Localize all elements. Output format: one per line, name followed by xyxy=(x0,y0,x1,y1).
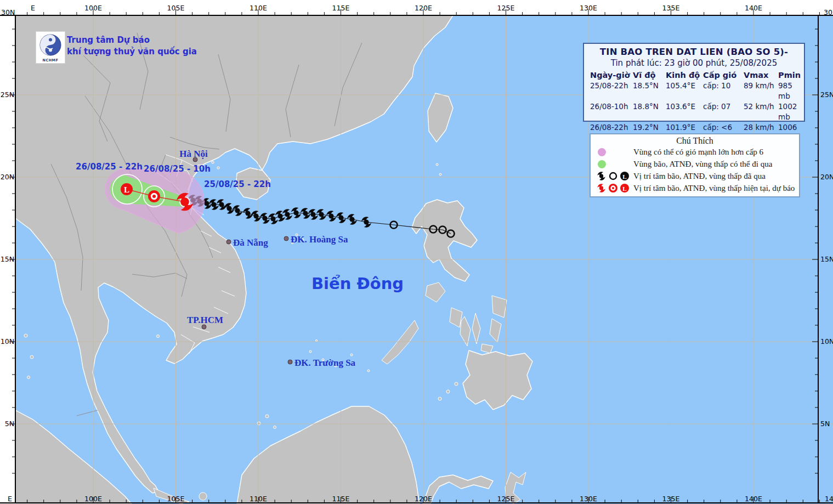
legend-item: LVị trí tâm bão, ATNĐ, vùng thấp đã qua xyxy=(591,170,799,182)
lon-tick-label: 120E xyxy=(415,495,432,503)
bulletin-title: TIN BAO TREN DAT LIEN (BAO SO 5)- xyxy=(584,47,804,57)
legend-item-icons: L xyxy=(595,183,633,194)
legend-item: LVị trí tâm bão, ATNĐ, vùng thấp hiện tạ… xyxy=(591,182,799,194)
bulletin-cell: 18.5°N xyxy=(633,81,666,101)
bulletin-col-header: Cấp gió xyxy=(703,70,744,81)
legend-item-icons xyxy=(595,148,633,156)
past-icons: L xyxy=(595,171,631,182)
lon-tick-label: 110E xyxy=(250,4,267,12)
lat-tick-label: 20N xyxy=(1,173,14,181)
legend-item-label: Vị trí tâm bão, ATNĐ, vùng thấp đã qua xyxy=(633,172,766,181)
bulletin-cell: 105.4°E xyxy=(666,81,703,101)
bulletin-col-header: Vmax xyxy=(744,70,778,81)
legend-title: Chú Thích xyxy=(591,136,799,146)
legend-item-icons xyxy=(595,160,633,168)
place-label: Hà Nội xyxy=(179,149,208,159)
lon-tick-label: 120E xyxy=(415,4,432,12)
lon-tick-label: 140E xyxy=(745,4,762,12)
track-date-label: 25/08/25 - 22h xyxy=(204,179,271,189)
place-dot xyxy=(288,360,292,364)
bulletin-cell: 25/08-22h xyxy=(590,81,633,101)
place-dot xyxy=(226,240,231,244)
nchmf-logo-text: NCHMF xyxy=(36,58,65,63)
legend-item: Vùng bão, ATNĐ, vùng thấp có thể đi qua xyxy=(591,158,799,170)
track-date-label: 26/08/25 - 22h xyxy=(76,162,143,172)
legend-rows: Vùng có thể có gió mạnh lớn hơn cấp 6Vùn… xyxy=(591,146,799,194)
lat-tick-label: 10N xyxy=(820,337,833,346)
lat-tick-label: 15N xyxy=(1,255,14,263)
typhoon-symbol-icon xyxy=(597,184,605,192)
legend-item-icons: L xyxy=(595,171,633,182)
lon-tick-label: 125E xyxy=(497,4,515,12)
legend-box: Chú Thích Vùng có thể có gió mạnh lớn hơ… xyxy=(590,133,800,197)
org-name: Trung tâm Dự báo khí tượng thuỷ văn quốc… xyxy=(67,35,197,58)
lat-tick-label: 25N xyxy=(1,90,14,99)
bulletin-col-header: Pmin xyxy=(778,70,802,81)
depression-ring-icon xyxy=(610,173,616,179)
forecast-icons: L xyxy=(595,183,631,194)
legend-item-label: Vị trí tâm bão, ATNĐ, vùng thấp hiện tại… xyxy=(633,184,795,193)
nchmf-logo: NCHMF xyxy=(36,31,65,64)
storm-bulletin-box: TIN BAO TREN DAT LIEN (BAO SO 5)- Tin ph… xyxy=(583,43,805,122)
lat-tick-label: 5N xyxy=(820,420,830,428)
lon-tick-label: 140E xyxy=(745,495,762,503)
bulletin-cell: 18.8°N xyxy=(633,101,666,122)
lon-tick-label: 135E xyxy=(662,4,680,12)
sea-name-label: Biển Đông xyxy=(311,274,404,293)
corner-axis-label: 14 xyxy=(825,495,833,503)
bulletin-table: Ngày-giờVĩ độKinh độCấp gióVmaxPmin25/08… xyxy=(584,70,804,143)
bulletin-cell: 985 mb xyxy=(778,81,802,101)
track-date-label: 26/08/25 - 10h xyxy=(144,164,211,174)
bulletin-cell: 89 km/h xyxy=(744,81,778,101)
place-label: ĐK. Hoàng Sa xyxy=(291,234,348,245)
lon-tick-label: 100E xyxy=(84,495,102,503)
forecast-L-glyph: L xyxy=(124,185,129,194)
org-name-line2: khí tượng thuỷ văn quốc gia xyxy=(67,46,197,58)
lat-tick-label: 25N xyxy=(820,90,833,99)
bulletin-cell: 103.6°E xyxy=(666,101,703,122)
legend-item: Vùng có thể có gió mạnh lớn hơn cấp 6 xyxy=(591,146,799,158)
place-dot xyxy=(284,236,288,241)
place-label: Đà Nẵng xyxy=(233,237,268,248)
lon-tick-label: 135E xyxy=(662,495,680,503)
corner-axis-label: 30N xyxy=(1,8,15,16)
bulletin-col-header: Vĩ độ xyxy=(633,70,666,81)
left-axis-strip xyxy=(0,0,15,504)
lon-tick-label: 115E xyxy=(332,495,350,503)
svg-text:L: L xyxy=(622,185,626,192)
bulletin-col-header: Ngày-giờ xyxy=(590,70,633,81)
lon-tick-label: 130E xyxy=(580,4,597,12)
legend-item-label: Vùng có thể có gió mạnh lớn hơn cấp 6 xyxy=(633,148,763,157)
place-label: ĐK. Trường Sa xyxy=(294,358,356,368)
lat-tick-label: 5N xyxy=(5,420,14,428)
place-label: TP.HCM xyxy=(187,315,223,325)
bulletin-col-header: Kinh độ xyxy=(666,70,703,81)
lat-tick-label: 15N xyxy=(820,255,833,263)
lat-tick-label: 20N xyxy=(820,173,833,181)
corner-axis-label: E xyxy=(8,495,12,503)
org-name-line1: Trung tâm Dự báo xyxy=(67,35,197,46)
bulletin-cell: 52 km/h xyxy=(744,101,778,122)
typhoon-symbol-icon xyxy=(597,172,605,180)
lon-tick-label: 115E xyxy=(332,4,350,12)
bulletin-cell: cấp: 10 xyxy=(703,81,744,101)
bulletin-cell: 26/08-10h xyxy=(590,101,633,122)
storm-track-map-app: L Hà NộiĐà NẵngTP.HCMĐK. Hoàng SaĐK. Trư… xyxy=(0,0,833,504)
bulletin-cell: 1002 mb xyxy=(778,101,802,122)
lon-tick-label: 100E xyxy=(84,4,102,12)
lat-tick-label: 10N xyxy=(1,337,14,346)
bulletin-issued-time: Tin phát lúc: 23 giờ 00 phút, 25/08/2025 xyxy=(584,58,804,68)
lon-tick-label: 110E xyxy=(250,495,267,503)
lon-tick-label: 105E xyxy=(167,495,185,503)
legend-item-label: Vùng bão, ATNĐ, vùng thấp có thể đi qua xyxy=(633,160,772,169)
legend-area-swatch xyxy=(598,148,606,156)
low-O-icon xyxy=(609,184,617,192)
place-dot xyxy=(202,325,206,329)
lon-tick-label: 125E xyxy=(497,495,515,503)
legend-area-swatch xyxy=(598,160,606,168)
island-belitung xyxy=(199,492,207,500)
lon-tick-label: 105E xyxy=(167,4,185,12)
nchmf-emblem-icon xyxy=(39,34,61,56)
svg-text:L: L xyxy=(622,173,626,180)
bulletin-cell: cấp: 07 xyxy=(703,101,744,122)
